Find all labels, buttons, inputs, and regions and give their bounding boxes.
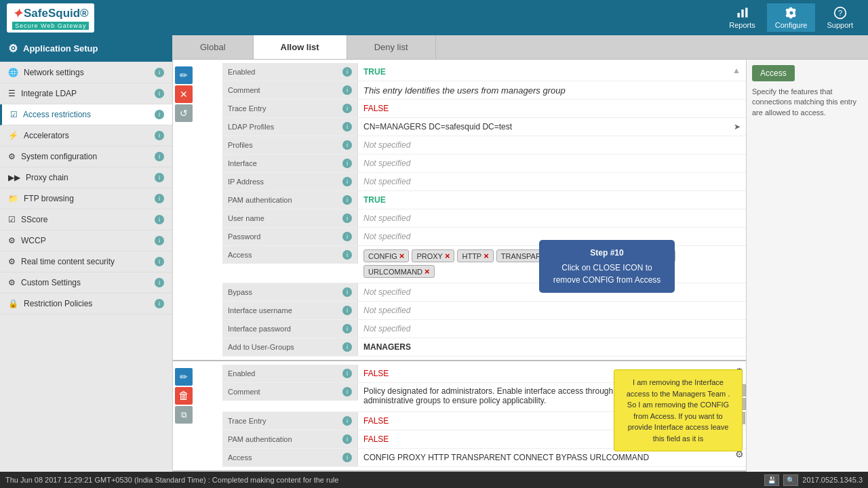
- entry-2-edit-button[interactable]: ✏: [175, 368, 193, 386]
- row-enabled: Enabled i TRUE ▲: [222, 63, 746, 81]
- row-iface-user: Interface username i Not specified: [222, 302, 746, 320]
- ldap-label: LDAP Profiles i: [222, 118, 358, 136]
- pam-2-label: PAM authentication i: [222, 430, 358, 448]
- header-nav: Reports Configure ? Support: [721, 3, 861, 32]
- logo-image: ✦ SafeSquid® Secure Web Gateway: [7, 3, 94, 33]
- send-icon[interactable]: ➤: [734, 122, 741, 131]
- connect-close-button[interactable]: ×: [614, 251, 620, 260]
- info-dot: i: [342, 287, 352, 297]
- username-label: User name i: [222, 209, 358, 227]
- content-area: Global Allow list Deny list ✏: [173, 35, 868, 472]
- content-body: ✏ ✕ ↺ Enabled i: [173, 60, 868, 472]
- config-close-button[interactable]: ×: [399, 251, 405, 260]
- svg-rect-0: [737, 13, 739, 18]
- access-label: Access i: [222, 246, 358, 264]
- main-layout: ⚙ Application Setup 🌐 Network settings i…: [0, 35, 868, 472]
- add-group-value: MANAGERS: [358, 338, 746, 356]
- info-dot: i: [342, 369, 352, 378]
- transparent-close-button[interactable]: ×: [558, 251, 564, 260]
- network-icon: 🌐: [8, 68, 18, 77]
- sidebar: ⚙ Application Setup 🌐 Network settings i…: [0, 35, 173, 472]
- logo-sub: Secure Web Gateway: [12, 22, 89, 30]
- sidebar-item-restriction[interactable]: 🔒 Restriction Policies i: [0, 293, 172, 314]
- access-panel-button[interactable]: Access: [752, 65, 795, 81]
- info-dot: i: [342, 67, 352, 77]
- statusbar-right: 💾 🔍 2017.0525.1345.3: [764, 474, 863, 486]
- sidebar-item-rtcs[interactable]: ⚙ Real time content security i: [0, 251, 172, 272]
- tag-urlcommand: URLCOMMAND ×: [363, 265, 435, 278]
- info-dot: i: [155, 278, 164, 287]
- sscore-icon: ☑: [8, 215, 16, 224]
- pam-label: PAM authentication i: [222, 191, 358, 209]
- entry-1-reset-button[interactable]: ↺: [175, 104, 193, 122]
- info-dot: i: [155, 152, 164, 161]
- info-dot: i: [342, 85, 352, 95]
- sidebar-item-accelerators[interactable]: ⚡ Accelerators i: [0, 125, 172, 146]
- info-dot: i: [155, 173, 164, 182]
- sidebar-item-wccp[interactable]: ⚙ WCCP i: [0, 230, 172, 251]
- access-2-label: Access i: [222, 449, 358, 466]
- sidebar-item-access[interactable]: ☑ Access restrictions i: [0, 104, 172, 125]
- bypass-label: Bypass i: [222, 283, 358, 301]
- info-dot: i: [155, 110, 164, 119]
- sidebar-item-network[interactable]: 🌐 Network settings i: [0, 62, 172, 83]
- password-value: Not specified: [358, 228, 746, 245]
- urlcommand-close-button[interactable]: ×: [425, 267, 430, 276]
- tab-global[interactable]: Global: [173, 35, 254, 59]
- sidebar-item-sscore[interactable]: ☑ SScore i: [0, 209, 172, 230]
- ftp-icon: 📁: [8, 194, 18, 203]
- entry-2-controls: ✏ 🗑 ⧉: [173, 365, 197, 467]
- enabled-value: TRUE: [358, 63, 732, 81]
- tag-bypass: BYPASS ×: [629, 249, 675, 262]
- sidebar-item-ldap[interactable]: ☰ Integrate LDAP i: [0, 83, 172, 104]
- accel-icon: ⚡: [8, 131, 18, 140]
- tab-allowlist[interactable]: Allow list: [254, 35, 347, 59]
- info-dot: i: [155, 68, 164, 77]
- entry-2-copy-button[interactable]: ⧉: [175, 406, 193, 424]
- row-2-access: Access i CONFIG PROXY HTTP TRANSPARENT C…: [222, 449, 746, 467]
- custom-icon: ⚙: [8, 278, 16, 287]
- proxy-close-button[interactable]: ×: [445, 251, 450, 260]
- info-dot: i: [342, 342, 352, 352]
- row-pam: PAM authentication i TRUE: [222, 191, 746, 209]
- row-iface-pass: Interface password i Not specified: [222, 320, 746, 338]
- info-dot: i: [155, 257, 164, 266]
- right-panel: Access Specify the features that connect…: [746, 60, 868, 472]
- scroll-up[interactable]: ▲: [732, 66, 741, 75]
- ldap-value: CN=MANAGERS DC=safesquid DC=test ➤: [358, 118, 746, 136]
- sidebar-item-custom[interactable]: ⚙ Custom Settings i: [0, 272, 172, 293]
- entry-1-delete-button[interactable]: ✕: [175, 85, 193, 103]
- add-group-label: Add to User-Groups i: [222, 338, 358, 356]
- tag-proxy: PROXY ×: [412, 249, 454, 262]
- iface-pass-label: Interface password i: [222, 320, 358, 338]
- iface-user-value: Not specified: [358, 302, 746, 319]
- statusbar-save-button[interactable]: 💾: [764, 474, 779, 486]
- comment-value: This entry Identifies the users from man…: [358, 81, 732, 99]
- svg-rect-1: [741, 9, 743, 18]
- info-dot: i: [342, 177, 352, 186]
- reports-button[interactable]: Reports: [721, 3, 764, 32]
- row-interface: Interface i Not specified: [222, 155, 746, 173]
- row-ip: IP Address i Not specified: [222, 173, 746, 191]
- tab-denylist[interactable]: Deny list: [347, 35, 436, 59]
- sidebar-item-sysconfg[interactable]: ⚙ System configuration i: [0, 146, 172, 167]
- entry-1-edit-button[interactable]: ✏: [175, 66, 193, 84]
- row-ldap: LDAP Profiles i CN=MANAGERS DC=safesquid…: [222, 118, 746, 136]
- support-button[interactable]: ? Support: [818, 3, 861, 32]
- bypass-close-button[interactable]: ×: [666, 251, 671, 260]
- statusbar-message: Thu Jun 08 2017 12:29:21 GMT+0530 (India…: [5, 476, 338, 484]
- info-dot: i: [155, 215, 164, 224]
- row-trace: Trace Entry i FALSE: [222, 100, 746, 118]
- info-dot: i: [342, 214, 352, 223]
- svg-rect-2: [745, 8, 747, 18]
- statusbar-search-button[interactable]: 🔍: [783, 474, 798, 486]
- sidebar-item-proxy[interactable]: ▶▶ Proxy chain i: [0, 167, 172, 188]
- access-value: CONFIG × PROXY × HTTP: [358, 246, 746, 281]
- sidebar-item-ftp[interactable]: 📁 FTP browsing i: [0, 188, 172, 209]
- entry-2-delete-button[interactable]: 🗑: [175, 387, 193, 405]
- http-close-button[interactable]: ×: [484, 251, 489, 260]
- configure-button[interactable]: Configure: [767, 3, 816, 32]
- entry-1-controls: ✏ ✕ ↺: [173, 63, 197, 357]
- logo-text: ✦ SafeSquid®: [12, 6, 89, 21]
- statusbar-version: 2017.0525.1345.3: [802, 476, 863, 484]
